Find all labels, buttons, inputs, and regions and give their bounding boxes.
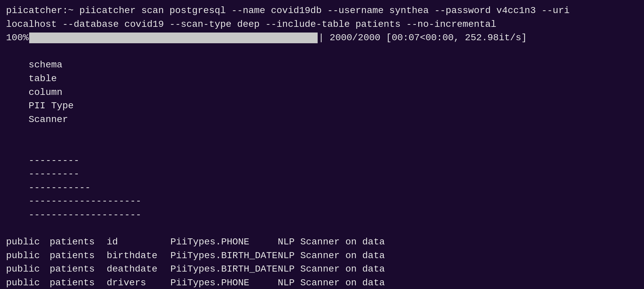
cell-table: patients (50, 276, 107, 289)
header-schema: schema (29, 58, 72, 72)
sep-column: ----------- (29, 181, 92, 195)
cell-schema: public (6, 235, 50, 249)
sep-schema: --------- (29, 154, 72, 168)
cell-column: birthdate (107, 249, 170, 263)
cell-scanner: NLP Scanner on data (278, 276, 385, 289)
cell-column: drivers (107, 276, 170, 289)
table-header: schema table column PII Type Scanner (6, 45, 638, 140)
progress-bar (29, 33, 318, 43)
cell-table: patients (50, 249, 107, 263)
cell-scanner: NLP Scanner on data (278, 263, 385, 276)
progress-line: 100% | 2000/2000 [00:07<00:00, 252.98it/… (6, 31, 638, 45)
cell-piitype: PiiTypes.PHONE (170, 235, 278, 249)
progress-stats: | 2000/2000 [00:07<00:00, 252.98it/s] (318, 31, 527, 45)
cell-table: patients (50, 263, 107, 276)
header-column: column (29, 86, 92, 100)
table-data: publicpatientsidPiiTypes.PHONENLP Scanne… (6, 235, 638, 289)
header-table: table (29, 72, 86, 86)
header-scanner: Scanner (29, 113, 68, 127)
table-row: publicpatientsdriversPiiTypes.PHONENLP S… (6, 276, 638, 289)
cell-column: deathdate (107, 263, 170, 276)
cell-schema: public (6, 276, 50, 289)
cell-table: patients (50, 235, 107, 249)
header-piitype: PII Type (29, 99, 136, 113)
cell-schema: public (6, 263, 50, 276)
progress-percent: 100% (6, 31, 29, 45)
sep-table: --------- (29, 167, 86, 181)
cell-piitype: PiiTypes.BIRTH_DATE (170, 263, 278, 276)
table-separator: --------- --------- ----------- --------… (6, 140, 638, 235)
cell-schema: public (6, 249, 50, 263)
command-line-1: piicatcher:~ piicatcher scan postgresql … (6, 4, 638, 18)
sep-piitype: -------------------- (29, 194, 136, 208)
cell-piitype: PiiTypes.BIRTH_DATE (170, 249, 278, 263)
command-line-2: localhost --database covid19 --scan-type… (6, 18, 638, 32)
table-row: publicpatientsdeathdatePiiTypes.BIRTH_DA… (6, 263, 638, 276)
terminal-window: piicatcher:~ piicatcher scan postgresql … (6, 4, 638, 285)
cell-scanner: NLP Scanner on data (278, 249, 385, 263)
table-row: publicpatientsbirthdatePiiTypes.BIRTH_DA… (6, 249, 638, 263)
table-row: publicpatientsidPiiTypes.PHONENLP Scanne… (6, 235, 638, 249)
sep-scanner: -------------------- (29, 208, 141, 222)
command-text-1: piicatcher:~ piicatcher scan postgresql … (6, 4, 570, 18)
cell-column: id (107, 235, 170, 249)
command-text-2: localhost --database covid19 --scan-type… (6, 18, 496, 32)
cell-scanner: NLP Scanner on data (278, 235, 385, 249)
cell-piitype: PiiTypes.PHONE (170, 276, 278, 289)
